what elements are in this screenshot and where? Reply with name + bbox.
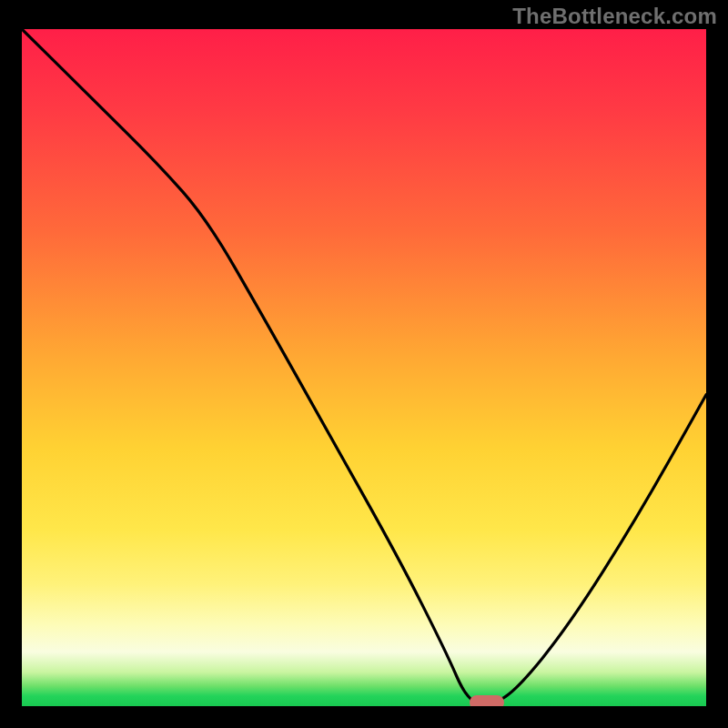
bottleneck-curve <box>22 29 706 706</box>
optimal-point-marker <box>470 695 504 706</box>
plot-area <box>22 29 706 706</box>
watermark-text: TheBottleneck.com <box>512 4 717 29</box>
chart-frame: TheBottleneck.com <box>0 0 728 728</box>
